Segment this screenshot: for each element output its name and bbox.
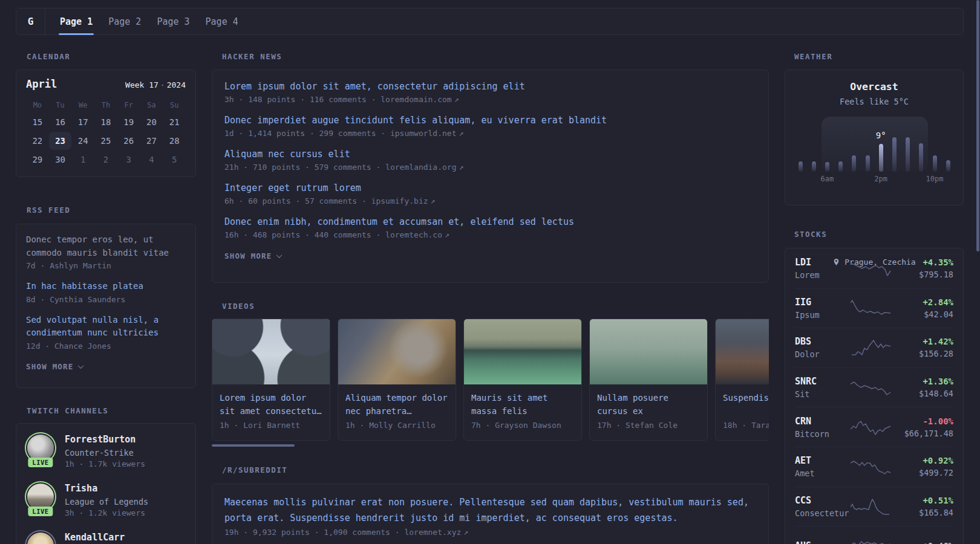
hacker-news-item-title[interactable]: Aliquam nec cursus elit: [224, 148, 756, 161]
video-title[interactable]: Mauris sit amet massa felis: [471, 392, 574, 418]
tab-page-1[interactable]: Page 1: [52, 8, 100, 34]
avatar-image: [27, 533, 54, 544]
video-card-body: Aliquam tempor dolor nec pharetra…1h · M…: [338, 384, 456, 430]
weather-bar: [866, 155, 870, 172]
stock-ticker: SNRC: [795, 376, 851, 387]
calendar-grid: MoTuWeThFrSaSu15161718192021222324252627…: [26, 98, 186, 169]
stock-ticker: LDI: [795, 257, 851, 268]
weather-bar: [892, 137, 897, 172]
video-card-body: Nullam posuere cursus ex17h · Stefan Col…: [590, 384, 707, 430]
hacker-news-item-meta: 1d · 1,414 points · 299 comments · ipsum…: [224, 129, 756, 138]
video-thumbnail: [212, 319, 330, 384]
calendar-section-label: CALENDAR: [27, 53, 70, 61]
calendar-day: 1: [71, 151, 94, 169]
video-thumbnail: [590, 319, 707, 384]
stock-info: CRNBitcorn: [795, 416, 851, 439]
stock-price: $156.28: [892, 349, 953, 358]
videos-horizontal-scrollbar[interactable]: [212, 444, 295, 447]
video-title[interactable]: Lorem ipsum dolor sit amet consectetu…: [220, 392, 322, 418]
hacker-news-show-more-button[interactable]: SHOW MORE: [224, 251, 281, 261]
daylight-highlight-zone: [822, 117, 928, 172]
week-label: Week: [125, 80, 144, 89]
subreddit-post-title[interactable]: Maecenas mollis pulvinar erat non posuer…: [224, 495, 756, 526]
video-card[interactable]: Aliquam tempor dolor nec pharetra…1h · M…: [338, 319, 456, 441]
tab-page-3[interactable]: Page 3: [149, 8, 197, 34]
stock-price: $148.64: [892, 389, 953, 398]
stock-sparkline: [851, 497, 892, 516]
calendar-month: April: [26, 78, 57, 90]
rss-item: Sed volutpat nulla nisl, a condimentum n…: [26, 314, 186, 351]
twitch-channel-row[interactable]: LIVETrishaLeague of Legends3h · 1.2k vie…: [26, 482, 186, 517]
weather-bar: [852, 155, 856, 172]
avatar: LIVE: [26, 433, 55, 462]
calendar-day: 18: [94, 113, 117, 131]
tab-page-2[interactable]: Page 2: [100, 8, 149, 34]
stock-row[interactable]: LDILorem+4.35%$795.18: [795, 248, 953, 288]
video-card[interactable]: Mauris sit amet massa felis7h · Grayson …: [463, 319, 582, 441]
weather-bar: [906, 137, 910, 172]
stock-row[interactable]: DBSDolor+1.42%$156.28: [795, 328, 953, 368]
video-title[interactable]: Aliquam tempor dolor nec pharetra…: [345, 392, 448, 418]
twitch-channel-name[interactable]: ForrestBurton: [65, 434, 145, 445]
video-card-body: Lorem ipsum dolor sit amet consectetu…1h…: [212, 384, 330, 430]
app-logo: G: [16, 8, 45, 34]
stock-name: Lorem: [795, 270, 851, 280]
subreddit-items: Maecenas mollis pulvinar erat non posuer…: [224, 495, 756, 537]
stocks-section-label: STOCKS: [794, 230, 827, 239]
external-link-icon: ↗: [459, 129, 464, 138]
weather-temp-label: 9°: [876, 131, 886, 140]
stock-row[interactable]: CCSConsectetur+0.51%$165.84: [795, 487, 953, 526]
calendar-day: 21: [163, 113, 186, 131]
weekday-header: Th: [94, 98, 117, 112]
video-card[interactable]: Lorem ipsum dolor sit amet consectetu…1h…: [212, 319, 330, 441]
video-card[interactable]: Nullam posuere cursus ex17h · Stefan Col…: [589, 319, 708, 441]
tab-page-4[interactable]: Page 4: [198, 8, 246, 34]
weekday-header: Sa: [140, 98, 163, 112]
hacker-news-item-title[interactable]: Lorem ipsum dolor sit amet, consectetur …: [224, 80, 756, 93]
calendar-widget: April Week 17·2024 MoTuWeThFrSaSu1516171…: [16, 70, 196, 177]
video-title[interactable]: Suspendisse diam: [723, 392, 769, 418]
hacker-news-item-title[interactable]: Integer eget rutrum lorem: [224, 182, 756, 195]
stock-name: Dolor: [795, 349, 851, 359]
weather-bar: [919, 143, 923, 172]
weather-section-label: WEATHER: [794, 53, 832, 61]
rss-item-title[interactable]: Donec tempor eros leo, ut commodo mauris…: [26, 233, 186, 259]
hacker-news-item-title[interactable]: Donec imperdiet augue tincidunt felis al…: [224, 114, 756, 127]
rss-show-more-button[interactable]: SHOW MORE: [26, 362, 83, 371]
weekday-header: Su: [163, 98, 186, 112]
video-meta: 1h · Lori Barnett: [220, 421, 322, 430]
twitch-channel-game: League of Legends: [65, 497, 148, 507]
calendar-day: 4: [140, 151, 163, 169]
twitch-channel-info: KendallCarr: [65, 531, 125, 544]
weather-bar: [946, 160, 950, 172]
calendar-day: 17: [71, 113, 94, 131]
twitch-section-label: TWITCH CHANNELS: [27, 407, 108, 415]
twitch-channel-row[interactable]: LIVEForrestBurtonCounter-Strike1h · 1.7k…: [26, 433, 186, 468]
stocks-widget: LDILorem+4.35%$795.18IIGIpsum+2.84%$42.0…: [785, 248, 964, 544]
hacker-news-widget: Lorem ipsum dolor sit amet, consectetur …: [212, 70, 769, 283]
video-card[interactable]: Suspendisse diam18h · Tara: [715, 319, 769, 441]
hacker-news-item-title[interactable]: Donec enim nibh, condimentum et accumsan…: [224, 216, 756, 228]
twitch-channel-name[interactable]: Trisha: [65, 483, 148, 494]
weather-bar: [838, 161, 843, 172]
stock-row[interactable]: CRNBitcorn-1.00%$66,171.48: [795, 407, 953, 447]
stock-row[interactable]: IIGIpsum+2.84%$42.04: [795, 288, 953, 328]
video-title[interactable]: Nullam posuere cursus ex: [597, 392, 700, 418]
hacker-news-item: Donec enim nibh, condimentum et accumsan…: [224, 216, 756, 239]
stock-row[interactable]: AHS+0.46%: [795, 526, 953, 544]
rss-item-title[interactable]: Sed volutpat nulla nisl, a condimentum n…: [26, 314, 186, 340]
video-thumbnail: [338, 319, 456, 384]
video-card-body: Mauris sit amet massa felis7h · Grayson …: [464, 384, 581, 430]
dashboard-page: G Page 1Page 2Page 3Page 4 CALENDAR Apri…: [0, 0, 980, 544]
stock-info: AETAmet: [795, 455, 851, 478]
subreddit-section-label: /R/SUBREDDIT: [222, 466, 287, 474]
rss-item-title[interactable]: In hac habitasse platea: [26, 280, 186, 293]
stock-row[interactable]: SNRCSit+1.36%$148.64: [795, 368, 953, 407]
twitch-channel-name[interactable]: KendallCarr: [65, 532, 125, 543]
page-vertical-scrollbar[interactable]: [976, 0, 979, 251]
twitch-channel-row[interactable]: KendallCarr: [26, 531, 186, 544]
external-link-icon: ↗: [454, 95, 459, 104]
stock-row[interactable]: AETAmet+0.92%$499.72: [795, 447, 953, 487]
calendar-day: 28: [163, 132, 186, 150]
stock-values: +0.92%$499.72: [892, 456, 953, 478]
